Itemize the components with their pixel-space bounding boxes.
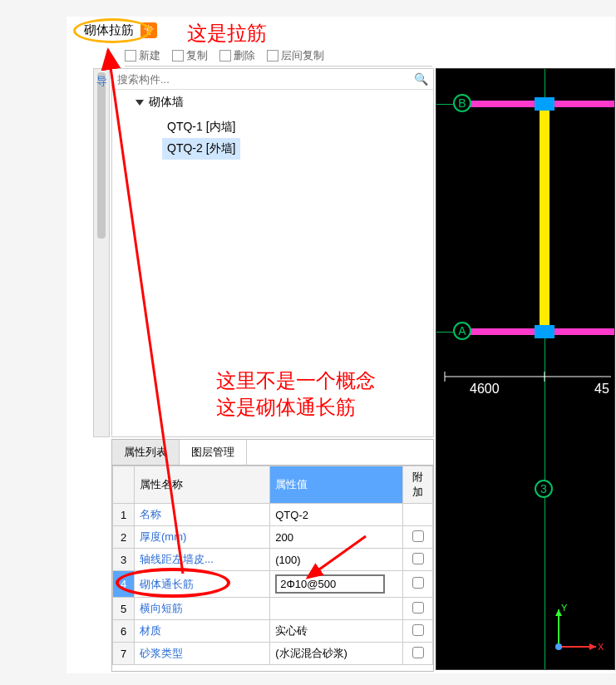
property-tabs: 属性列表 图层管理 xyxy=(112,440,433,466)
checkbox[interactable] xyxy=(412,602,424,614)
prop-name-cell[interactable]: 厚度(mm) xyxy=(140,530,186,543)
table-row[interactable]: 2 厚度(mm) 200 xyxy=(113,526,433,549)
component-tree: 砌体墙 QTQ-1 [内墙] QTQ-2 [外墙] xyxy=(112,90,433,160)
between-icon xyxy=(267,50,278,62)
prop-name-cell[interactable]: 砂浆类型 xyxy=(140,647,183,659)
tree-root-label: 砌体墙 xyxy=(149,95,184,110)
table-row[interactable]: 7 砂浆类型 (水泥混合砂浆) xyxy=(113,643,433,665)
checkbox[interactable] xyxy=(412,553,424,564)
header-extra: 附加 xyxy=(403,466,433,504)
table-row[interactable]: 5 横向短筋 xyxy=(113,598,433,620)
column-node-b[interactable] xyxy=(535,97,554,111)
tree-root-wall[interactable]: 砌体墙 xyxy=(136,95,433,110)
toolbar-copy[interactable]: 复制 xyxy=(172,48,208,62)
search-row: 🔍 xyxy=(112,69,433,90)
prop-name-cell[interactable]: 砌体通长筋 xyxy=(140,578,194,590)
sidebar-scrollbar[interactable] xyxy=(97,72,106,239)
prop-value-cell[interactable]: 实心砖 xyxy=(270,620,403,643)
checkbox[interactable] xyxy=(412,647,424,658)
axis-3d-widget[interactable]: X Y xyxy=(546,601,604,659)
chevron-down-icon xyxy=(136,100,144,106)
new-icon xyxy=(125,50,136,62)
axis-x-label: X xyxy=(598,642,604,652)
table-row-selected[interactable]: 4 砌体通长筋 2Φ10@500 xyxy=(113,571,433,598)
dimension-line xyxy=(436,368,615,385)
toolbar-delete[interactable]: 删除 xyxy=(219,48,255,62)
annotation-text-2: 这里不是一个概念 这是砌体通长筋 xyxy=(216,367,376,421)
axis-label-b: B xyxy=(453,94,471,112)
sidebar-label: 导 xyxy=(96,74,107,89)
search-icon[interactable]: 🔍 xyxy=(414,72,428,86)
collapsed-sidebar[interactable]: 导 xyxy=(93,68,110,437)
search-input[interactable] xyxy=(117,73,414,86)
property-panel: 属性列表 图层管理 属性名称 属性值 附加 1 名称 QTQ-2 2 厚度(mm… xyxy=(111,439,434,672)
annotation-circle-top xyxy=(73,18,151,43)
annotation-text-1: 这是拉筋 xyxy=(187,20,267,47)
delete-icon xyxy=(219,50,231,62)
checkbox[interactable] xyxy=(412,624,424,636)
prop-name-cell[interactable]: 横向短筋 xyxy=(140,602,183,614)
svg-point-9 xyxy=(555,643,562,650)
property-header-row: 属性名称 属性值 附加 xyxy=(113,466,433,504)
copy-icon xyxy=(172,50,184,62)
component-toolbar: 新建 复制 删除 层间复制 xyxy=(125,48,432,67)
tree-item-qtq2[interactable]: QTQ-2 [外墙] xyxy=(162,138,240,160)
svg-marker-6 xyxy=(589,643,596,650)
prop-name-cell[interactable]: 材质 xyxy=(140,624,161,637)
table-row[interactable]: 3 轴线距左墙皮... (100) xyxy=(113,549,433,571)
tab-layer-manage[interactable]: 图层管理 xyxy=(180,440,247,465)
prop-value-cell[interactable] xyxy=(270,598,403,620)
prop-name-cell[interactable]: 轴线距左墙皮... xyxy=(140,553,214,565)
checkbox[interactable] xyxy=(412,577,424,589)
prop-value-cell[interactable]: 200 xyxy=(270,526,403,549)
toolbar-new[interactable]: 新建 xyxy=(125,48,160,62)
prop-name-cell[interactable]: 名称 xyxy=(140,508,161,520)
column-node-a[interactable] xyxy=(535,325,554,338)
axis-y-label: Y xyxy=(561,603,568,613)
axis-label-a: A xyxy=(453,322,471,340)
axis-label-3: 3 xyxy=(535,480,553,498)
table-row[interactable]: 1 名称 QTQ-2 xyxy=(113,504,433,526)
tab-property-list[interactable]: 属性列表 xyxy=(112,440,180,465)
tree-item-qtq1[interactable]: QTQ-1 [内墙] xyxy=(162,116,433,138)
checkbox[interactable] xyxy=(412,530,424,542)
header-value: 属性值 xyxy=(270,466,403,504)
prop-value-cell[interactable]: QTQ-2 xyxy=(270,504,403,526)
drawing-viewport[interactable]: B A 3 4600 45 X Y xyxy=(436,68,615,670)
tree-children: QTQ-1 [内墙] QTQ-2 [外墙] xyxy=(136,116,433,160)
header-blank xyxy=(113,466,135,504)
prop-value-cell[interactable]: (水泥混合砂浆) xyxy=(270,643,403,665)
prop-value-cell-editing[interactable]: 2Φ10@500 xyxy=(270,571,403,598)
property-table: 属性名称 属性值 附加 1 名称 QTQ-2 2 厚度(mm) 200 3 轴线… xyxy=(112,466,433,665)
prop-value-cell[interactable]: (100) xyxy=(270,549,403,571)
toolbar-between[interactable]: 层间复制 xyxy=(267,48,324,62)
table-row[interactable]: 6 材质 实心砖 xyxy=(113,620,433,643)
header-name: 属性名称 xyxy=(135,466,270,504)
wall-vertical[interactable] xyxy=(540,104,549,333)
